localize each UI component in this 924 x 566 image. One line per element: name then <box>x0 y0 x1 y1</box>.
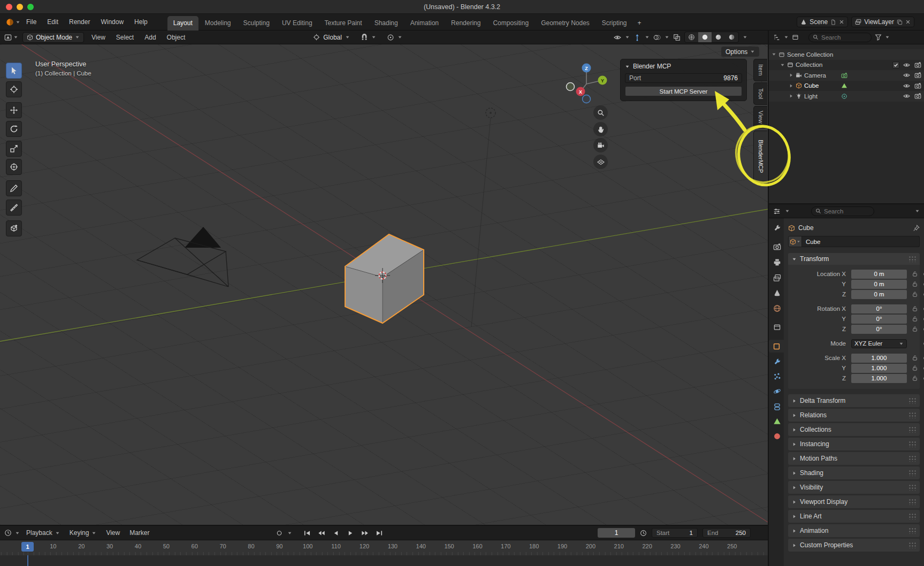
properties-panel-header[interactable]: Viewport Display <box>788 495 920 508</box>
pin-icon[interactable] <box>913 225 920 232</box>
properties-panel-header[interactable]: Animation <box>788 524 920 537</box>
properties-tab-scene[interactable] <box>770 286 784 299</box>
mesh-data-icon[interactable] <box>841 82 847 89</box>
properties-tab-material[interactable] <box>770 430 784 442</box>
timeline-editor-icon[interactable] <box>4 529 12 537</box>
panel-grip-icon[interactable] <box>908 499 916 505</box>
close-icon[interactable] <box>905 19 911 25</box>
properties-tab-collection[interactable] <box>770 320 784 333</box>
outliner-search[interactable] <box>808 33 872 42</box>
panel-grip-icon[interactable] <box>908 412 916 418</box>
properties-tab-view-layer[interactable] <box>770 271 784 284</box>
play-button[interactable] <box>344 528 357 538</box>
add-workspace-button[interactable]: + <box>633 16 646 30</box>
filter-icon[interactable] <box>875 34 882 41</box>
menu-edit[interactable]: Edit <box>42 17 63 27</box>
mcp-port-field[interactable]: Port 9876 <box>625 73 742 83</box>
panel-grip-icon[interactable] <box>908 441 916 447</box>
keying-menu[interactable]: Keying <box>66 528 100 538</box>
properties-panel-header[interactable]: Line Art <box>788 510 920 523</box>
workspace-tab-sculpting[interactable]: Sculpting <box>238 16 276 30</box>
timeline-ruler[interactable]: 1020304050607080901001101201301401501601… <box>0 540 768 555</box>
auto-keying-button[interactable] <box>273 528 286 538</box>
properties-tab-particles[interactable] <box>770 370 784 383</box>
sidebar-tab-view[interactable]: View <box>753 106 767 128</box>
transform-value-field[interactable]: 0° <box>851 315 907 324</box>
light-object[interactable] <box>471 108 495 327</box>
pan-view-button[interactable] <box>593 122 608 136</box>
panel-grip-icon[interactable] <box>908 484 916 491</box>
sidebar-tab-item[interactable]: Item <box>753 59 767 81</box>
outliner-row-collection[interactable]: Collection <box>769 60 924 71</box>
disable-in-renders-icon[interactable] <box>914 82 921 89</box>
tool-measure[interactable] <box>6 200 22 216</box>
properties-panel-header[interactable]: Instancing <box>788 438 920 450</box>
workspace-tab-geometry-nodes[interactable]: Geometry Nodes <box>535 16 595 30</box>
collection-checkbox[interactable] <box>892 62 899 68</box>
start-mcp-server-button[interactable]: Start MCP Server <box>625 86 742 96</box>
lock-icon[interactable] <box>912 365 918 371</box>
properties-panel-header[interactable]: Motion Paths <box>788 452 920 465</box>
properties-search[interactable] <box>811 206 874 216</box>
snap-magnet-icon[interactable] <box>361 34 368 41</box>
properties-tab-tool[interactable] <box>770 221 784 234</box>
timeline-view-menu[interactable]: View <box>103 528 123 538</box>
tool-add-cube[interactable] <box>6 220 22 236</box>
next-keyframe-button[interactable] <box>358 528 371 538</box>
orientation-dropdown[interactable]: Global <box>323 34 342 41</box>
properties-search-input[interactable] <box>824 208 870 215</box>
expand-chevron-icon[interactable] <box>789 73 793 78</box>
lock-icon[interactable] <box>912 305 918 312</box>
current-frame-marker[interactable]: 1 <box>21 542 34 552</box>
properties-tab-constraints[interactable] <box>770 400 784 413</box>
options-dropdown[interactable]: Options <box>721 47 759 57</box>
breadcrumb-object-name[interactable]: Cube <box>798 224 814 232</box>
menu-view[interactable]: View <box>88 33 109 42</box>
transform-value-field[interactable]: 0° <box>851 304 907 313</box>
panel-grip-icon[interactable] <box>908 426 916 433</box>
menu-object[interactable]: Object <box>164 33 189 42</box>
disable-in-renders-icon[interactable] <box>914 72 921 79</box>
lock-icon[interactable] <box>912 375 918 381</box>
current-frame-field[interactable]: 1 <box>598 528 635 538</box>
workspace-tab-modeling[interactable]: Modeling <box>199 16 237 30</box>
workspace-tab-compositing[interactable]: Compositing <box>487 16 534 30</box>
lock-icon[interactable] <box>912 355 918 361</box>
menu-render[interactable]: Render <box>64 17 95 27</box>
lock-icon[interactable] <box>912 281 918 287</box>
properties-tab-data[interactable] <box>770 415 784 427</box>
frame-start-field[interactable]: Start 1 <box>652 528 698 538</box>
expand-chevron-icon[interactable] <box>772 52 776 57</box>
outliner-row-scene-collection[interactable]: Scene Collection <box>769 49 924 60</box>
properties-tab-modifiers[interactable] <box>770 355 784 368</box>
tool-select-box[interactable] <box>6 63 22 79</box>
chevron-down-icon[interactable] <box>915 209 920 213</box>
expand-chevron-icon[interactable] <box>789 94 793 98</box>
tool-move[interactable] <box>6 102 22 118</box>
minimize-window-button[interactable] <box>17 4 23 10</box>
panel-grip-icon[interactable] <box>908 513 916 519</box>
mode-dropdown[interactable]: Object Mode <box>22 32 84 43</box>
transform-value-field[interactable]: 1.000 <box>851 354 907 363</box>
timeline-marker-menu[interactable]: Marker <box>126 528 152 538</box>
properties-panel-header[interactable]: Shading <box>788 466 920 479</box>
expand-chevron-icon[interactable] <box>789 83 793 88</box>
workspace-tab-animation[interactable]: Animation <box>404 16 445 30</box>
properties-tab-world[interactable] <box>770 302 784 315</box>
sidebar-tab-blendermcp[interactable]: BlenderMCP <box>753 131 767 182</box>
proportional-editing-icon[interactable] <box>387 34 394 41</box>
workspace-tab-layout[interactable]: Layout <box>167 16 198 30</box>
panel-grip-icon[interactable] <box>908 397 916 404</box>
play-reverse-button[interactable] <box>330 528 342 538</box>
scene-selector[interactable]: Scene <box>797 17 848 27</box>
frame-end-field[interactable]: End 250 <box>702 528 751 538</box>
properties-editor-icon[interactable] <box>773 208 781 215</box>
menu-file[interactable]: File <box>21 17 41 27</box>
transform-panel-header[interactable]: Transform <box>788 253 920 265</box>
transform-value-field[interactable]: 1.000 <box>851 364 907 373</box>
workspace-tab-texture-paint[interactable]: Texture Paint <box>319 16 368 30</box>
menu-help[interactable]: Help <box>129 17 152 27</box>
xray-toggle-icon[interactable] <box>673 34 681 41</box>
workspace-tab-uv-editing[interactable]: UV Editing <box>276 16 318 30</box>
menu-select[interactable]: Select <box>113 33 137 42</box>
